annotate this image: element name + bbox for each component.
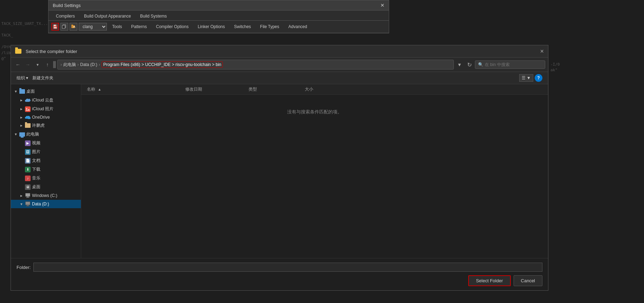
sidebar-item-data-d[interactable]: ▼ Data (D:) bbox=[11, 200, 81, 208]
sidebar-label-desktop: 桌面 bbox=[26, 88, 35, 94]
sidebar-label-onedrive: OneDrive bbox=[32, 115, 50, 120]
sidebar-item-windows-c[interactable]: ► Windows (C:) bbox=[11, 191, 81, 200]
bs-tab-output[interactable]: Build Output Appearance bbox=[79, 12, 135, 20]
sidebar-item-user-folder[interactable]: ► 许鹏虎 bbox=[11, 121, 81, 130]
build-settings-dialog: Build Settings ✕ Compilers Build Output … bbox=[48, 0, 389, 33]
nav-forward-button[interactable]: → bbox=[24, 60, 32, 69]
sidebar-item-icloud-photos[interactable]: ► iCloud 照片 bbox=[11, 105, 81, 113]
folder-input[interactable] bbox=[33, 263, 542, 272]
dialog-bottom: Folder: Select Folder Cancel bbox=[11, 258, 548, 290]
breadcrumb-bar[interactable]: › 此电脑 › Data (D:) › Program Files (x86) … bbox=[57, 60, 454, 70]
svg-rect-7 bbox=[25, 106, 31, 112]
svg-rect-4 bbox=[62, 25, 65, 28]
bg-code-line bbox=[550, 39, 643, 45]
organize-button[interactable]: 组织 ▾ bbox=[17, 75, 28, 81]
expand-arrow-data-d: ▼ bbox=[19, 202, 24, 206]
breadcrumb-sep-1: › bbox=[77, 62, 79, 67]
cancel-button[interactable]: Cancel bbox=[514, 275, 542, 286]
svg-rect-14 bbox=[26, 202, 30, 205]
nav-dropdown-button[interactable]: ▼ bbox=[33, 60, 42, 69]
bs-menu-tools[interactable]: Tools bbox=[108, 23, 126, 31]
sidebar-label-desktop-pc: 桌面 bbox=[32, 184, 40, 190]
bs-menu-advanced[interactable]: Advanced bbox=[284, 23, 311, 31]
folder-label: Folder: bbox=[17, 265, 31, 270]
load-icon-btn[interactable] bbox=[70, 23, 77, 31]
sidebar-label-music: 音乐 bbox=[32, 175, 40, 181]
sidebar-item-icloud-drive[interactable]: ► iCloud 云盘 bbox=[11, 96, 81, 105]
bs-tab-compilers[interactable]: Compilers bbox=[51, 12, 79, 20]
windows-drive-icon bbox=[25, 193, 31, 198]
dialog-folder-icon bbox=[15, 49, 21, 54]
select-folder-button[interactable]: Select Folder bbox=[468, 275, 511, 286]
bs-tab-systems[interactable]: Build Systems bbox=[135, 12, 171, 20]
svg-rect-6 bbox=[71, 25, 73, 26]
svg-rect-2 bbox=[54, 27, 57, 28]
compiler-select[interactable]: clang bbox=[79, 23, 107, 31]
sidebar-item-docs[interactable]: ► 📄 文档 bbox=[11, 156, 81, 165]
sidebar-label-video: 视频 bbox=[32, 140, 40, 146]
sidebar-item-music[interactable]: ► ♪ 音乐 bbox=[11, 174, 81, 183]
file-dialog-title: Select the compiler folder bbox=[26, 49, 77, 54]
docs-icon: 📄 bbox=[25, 158, 31, 164]
bs-menu-switches[interactable]: Switches bbox=[230, 23, 255, 31]
sidebar-item-downloads[interactable]: ► ⬇ 下载 bbox=[11, 165, 81, 174]
col-header-date[interactable]: 修改日期 bbox=[185, 86, 249, 92]
sidebar-item-desktop-pc[interactable]: ► 🖥 桌面 bbox=[11, 183, 81, 191]
svg-point-8 bbox=[26, 108, 27, 109]
user-folder-icon bbox=[25, 123, 31, 128]
build-settings-toolbar: clang Tools Patterns Compiler Options Li… bbox=[49, 21, 389, 33]
svg-rect-1 bbox=[54, 25, 56, 26]
build-settings-tabs: Compilers Build Output Appearance Build … bbox=[49, 11, 389, 21]
data-drive-icon bbox=[25, 201, 31, 207]
sidebar-item-onedrive[interactable]: ► OneDrive bbox=[11, 113, 81, 121]
file-dialog-close-button[interactable]: × bbox=[540, 48, 544, 54]
save-icon-btn[interactable] bbox=[51, 23, 59, 31]
bs-menu-file-types[interactable]: File Types bbox=[256, 23, 283, 31]
bs-menu-compiler-options[interactable]: Compiler Options bbox=[152, 23, 193, 31]
nav-refresh-button[interactable]: ↻ bbox=[465, 60, 474, 69]
expand-arrow-this-pc: ▼ bbox=[14, 132, 18, 137]
sidebar-item-this-pc[interactable]: ▼ 此电脑 bbox=[11, 130, 81, 139]
view-list-button[interactable]: ☰ ▼ bbox=[519, 74, 533, 82]
svg-rect-12 bbox=[26, 197, 30, 198]
sidebar-item-photos[interactable]: ► 🖼 图片 bbox=[11, 147, 81, 156]
music-icon: ♪ bbox=[25, 176, 31, 181]
svg-rect-15 bbox=[27, 205, 29, 206]
nav-up-button[interactable]: ↑ bbox=[43, 60, 52, 69]
copy-icon-btn[interactable] bbox=[60, 23, 68, 31]
icloud-photos-icon bbox=[25, 106, 31, 112]
breadcrumb-this-pc: 此电脑 bbox=[63, 62, 76, 68]
sidebar-item-desktop-top[interactable]: ▼ 桌面 bbox=[11, 87, 81, 96]
svg-rect-16 bbox=[26, 206, 30, 206]
file-toolbar: 组织 ▾ 新建文件夹 ☰ ▼ ? bbox=[11, 72, 548, 84]
search-box[interactable]: 🔍 bbox=[475, 60, 545, 69]
sidebar-label-user: 许鹏虎 bbox=[32, 123, 45, 129]
sidebar-label-windows-c: Windows (C:) bbox=[32, 193, 57, 198]
build-settings-close-button[interactable]: ✕ bbox=[380, 2, 385, 8]
empty-message: 没有与搜索条件匹配的项。 bbox=[81, 95, 548, 129]
folder-input-row: Folder: bbox=[17, 263, 542, 272]
nav-back-button[interactable]: ← bbox=[14, 60, 22, 69]
sidebar-label-photos: 图片 bbox=[32, 149, 40, 155]
bs-menu-linker-options[interactable]: Linker Options bbox=[194, 23, 228, 31]
col-header-type[interactable]: 类型 bbox=[249, 86, 305, 92]
bs-menu-patterns[interactable]: Patterns bbox=[127, 23, 151, 31]
expand-arrow-icloud-photos: ► bbox=[19, 107, 24, 111]
sidebar-label-icloud-photos: iCloud 照片 bbox=[32, 106, 53, 112]
sort-arrow: ▲ bbox=[98, 87, 101, 91]
file-list[interactable]: 没有与搜索条件匹配的项。 bbox=[81, 95, 548, 258]
search-input[interactable] bbox=[485, 62, 542, 67]
sidebar-label-this-pc: 此电脑 bbox=[26, 131, 39, 137]
col-header-size[interactable]: 大小 bbox=[305, 86, 340, 92]
svg-rect-11 bbox=[27, 197, 29, 197]
help-button[interactable]: ? bbox=[535, 74, 542, 82]
sidebar-label-docs: 文档 bbox=[32, 158, 40, 164]
col-header-name[interactable]: 名称 ▲ bbox=[87, 86, 185, 92]
expand-arrow-windows-c: ► bbox=[19, 193, 24, 198]
bg-code-line bbox=[1, 27, 46, 33]
sidebar-item-video[interactable]: ► ▶ 视频 bbox=[11, 139, 81, 147]
nav-address-dropdown-button[interactable]: ▼ bbox=[455, 60, 464, 69]
bg-code-line bbox=[550, 56, 643, 62]
sidebar: ▼ 桌面 ► iCloud 云盘 ► bbox=[11, 84, 81, 258]
new-folder-button[interactable]: 新建文件夹 bbox=[32, 75, 53, 81]
